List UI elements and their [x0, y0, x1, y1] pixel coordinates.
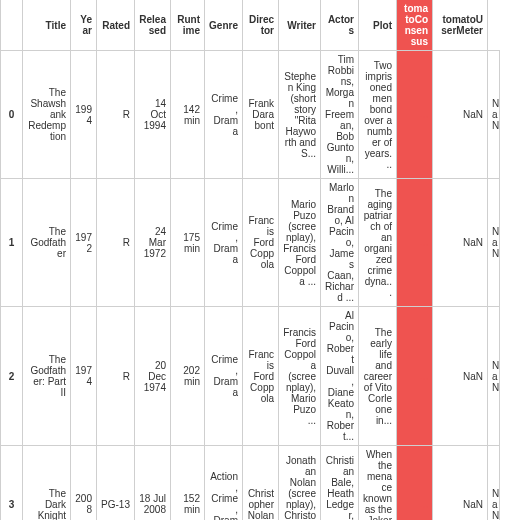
cell: 2008	[71, 446, 97, 521]
cell: When the menace known as the Joker emerg…	[359, 446, 397, 521]
cell: Francis Ford Coppola	[243, 307, 279, 446]
col-header-released: Released	[135, 0, 171, 51]
cell: ...	[397, 307, 433, 446]
cell: The Godfather: Part II	[23, 307, 71, 446]
cell: The Dark Knight	[23, 446, 71, 521]
cell: Action, Crime, Drama	[205, 446, 243, 521]
table-row: 1The Godfather1972R24 Mar 1972175 minCri…	[1, 179, 500, 307]
cell: R	[97, 307, 135, 446]
cell: 142 min	[171, 51, 205, 179]
cell: Al Pacino, Robert Duvall, Diane Keaton, …	[321, 307, 359, 446]
cell: NaN	[433, 307, 488, 446]
cell: NaN	[433, 179, 488, 307]
table-header-row: TitleYearRatedReleasedRuntimeGenreDirect…	[1, 0, 500, 51]
cell: Stephen King (short story "Rita Hayworth…	[279, 51, 321, 179]
cell: Tim Robbins, Morgan Freeman, Bob Gunton,…	[321, 51, 359, 179]
data-table: TitleYearRatedReleasedRuntimeGenreDirect…	[0, 0, 500, 520]
cell: NaN	[433, 51, 488, 179]
col-header-genre: Genre	[205, 0, 243, 51]
col-header-tomatoconsensus: tomatoConsensus	[397, 0, 433, 51]
cell: The aging patriarch of an organized crim…	[359, 179, 397, 307]
cell: PG-13	[97, 446, 135, 521]
col-header-index	[1, 0, 23, 51]
cell: 1974	[71, 307, 97, 446]
cell: 14 Oct 1994	[135, 51, 171, 179]
table-body: 0The Shawshank Redemption1994R14 Oct 199…	[1, 51, 500, 521]
cell: R	[97, 179, 135, 307]
cell: Marlon Brando, Al Pacino, James Caan, Ri…	[321, 179, 359, 307]
cell: Christopher Nolan	[243, 446, 279, 521]
cell: 202 min	[171, 307, 205, 446]
row-index: 0	[1, 51, 23, 179]
col-header-actors: Actors	[321, 0, 359, 51]
col-header-tomatousermeter: tomatoUserMeter	[433, 0, 488, 51]
row-index: 1	[1, 179, 23, 307]
cell: 152 min	[171, 446, 205, 521]
cell: ...	[397, 51, 433, 179]
cell: NaN	[488, 179, 500, 307]
col-header-title: Title	[23, 0, 71, 51]
cell: Jonathan Nolan (screenplay), Christopher…	[279, 446, 321, 521]
cell: Crime, Drama	[205, 51, 243, 179]
cell: Francis Ford Coppola	[243, 179, 279, 307]
cell: Crime, Drama	[205, 307, 243, 446]
cell: 24 Mar 1972	[135, 179, 171, 307]
cell: ...	[397, 446, 433, 521]
cell: R	[97, 51, 135, 179]
table-row: 3The Dark Knight2008PG-1318 Jul 2008152 …	[1, 446, 500, 521]
cell: The Shawshank Redemption	[23, 51, 71, 179]
cell: The Godfather	[23, 179, 71, 307]
cell: 1994	[71, 51, 97, 179]
cell: ...	[397, 179, 433, 307]
col-header-plot: Plot	[359, 0, 397, 51]
col-header-rated: Rated	[97, 0, 135, 51]
row-index: 3	[1, 446, 23, 521]
cell: NaN	[488, 446, 500, 521]
cell: 18 Jul 2008	[135, 446, 171, 521]
cell: NaN	[433, 446, 488, 521]
col-header-writer: Writer	[279, 0, 321, 51]
row-index: 2	[1, 307, 23, 446]
table-row: 2The Godfather: Part II1974R20 Dec 19742…	[1, 307, 500, 446]
cell: NaN	[488, 51, 500, 179]
cell: 1972	[71, 179, 97, 307]
cell: Francis Ford Coppola (screenplay), Mario…	[279, 307, 321, 446]
col-header-director: Director	[243, 0, 279, 51]
col-header-year: Year	[71, 0, 97, 51]
cell: NaN	[488, 307, 500, 446]
col-header-runtime: Runtime	[171, 0, 205, 51]
cell: Christian Bale, Heath Ledger, Aaron Eckh…	[321, 446, 359, 521]
cell: The early life and career of Vito Corleo…	[359, 307, 397, 446]
table-row: 0The Shawshank Redemption1994R14 Oct 199…	[1, 51, 500, 179]
cell: Mario Puzo (screenplay), Francis Ford Co…	[279, 179, 321, 307]
cell: 175 min	[171, 179, 205, 307]
cell: Crime, Drama	[205, 179, 243, 307]
cell: 20 Dec 1974	[135, 307, 171, 446]
cell: Frank Darabont	[243, 51, 279, 179]
cell: Two imprisoned men bond over a number of…	[359, 51, 397, 179]
